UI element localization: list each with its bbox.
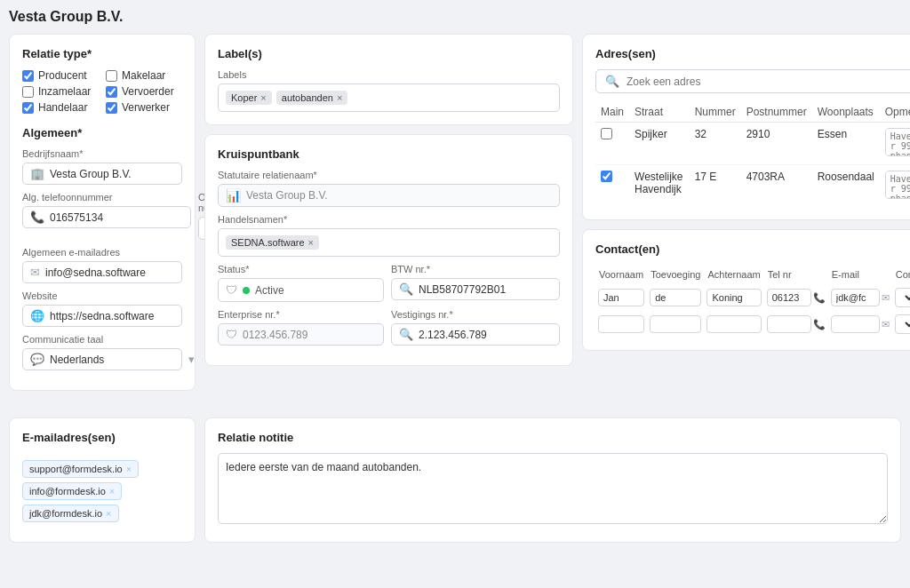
col-postnummer: Postnummer — [741, 102, 812, 123]
vestigings-input[interactable] — [419, 329, 552, 341]
emailadressen-title: E-mailadres(sen) — [22, 431, 182, 444]
addr-remarks-1[interactable]: Havennummer 9999, phanu tabi hC4 — [885, 128, 910, 156]
contact-tel-2[interactable] — [767, 315, 811, 333]
btw-input-wrapper: 🔍 — [391, 278, 560, 300]
labels-title: Label(s) — [218, 47, 560, 60]
enterprise-vestigings-row: Enterprise nr.* 🛡 Vestigings nr.* 🔍 — [218, 309, 560, 353]
email-group: Algemeen e-mailadres ✉ — [22, 247, 182, 283]
website-input-wrapper: 🌐 — [22, 305, 182, 327]
email-tag-info-remove[interactable]: × — [109, 486, 115, 497]
checkbox-producent[interactable]: Producent — [22, 69, 99, 82]
statutaire-input-wrapper: 📊 — [218, 184, 560, 207]
email-icon: ✉ — [30, 266, 40, 279]
addr-main-1[interactable] — [601, 128, 612, 139]
contact-toevoeging-2[interactable] — [650, 315, 701, 333]
relatie-notitie-title: Relatie notitie — [218, 431, 888, 444]
website-input[interactable] — [50, 310, 183, 322]
handelsnamen-group: Handelsnamen* SEDNA.software × — [218, 214, 560, 257]
contact-com-2[interactable]: NL EN FR — [895, 314, 910, 334]
contact-voornaam-2[interactable] — [598, 315, 644, 333]
comm-icon: 💬 — [30, 353, 44, 366]
telefoon-input[interactable] — [50, 211, 183, 224]
email-tag-jdk-remove[interactable]: × — [106, 508, 111, 519]
comm-taal-input[interactable] — [50, 354, 183, 366]
email-tags-container: support@formdesk.io × info@formdesk.io ×… — [22, 453, 182, 529]
addr-woonplaats-2: Roosendaal — [812, 165, 880, 208]
status-display: 🛡 Active — [218, 278, 384, 302]
adressen-title: Adres(sen) — [595, 47, 910, 60]
checkbox-inzamelaar[interactable]: Inzamelaar — [22, 85, 99, 98]
btw-group: BTW nr.* 🔍 — [391, 264, 560, 302]
checkbox-vervoerder[interactable]: Vervoerder — [106, 85, 182, 98]
contact-email-1[interactable] — [831, 289, 880, 306]
tag-sedna-remove[interactable]: × — [308, 237, 314, 248]
addr-straat-1: Spijker — [629, 123, 690, 165]
statutaire-input[interactable] — [246, 189, 552, 202]
col-main: Main — [595, 102, 629, 123]
email-input-wrapper: ✉ — [22, 261, 182, 283]
labels-tag-input[interactable]: Koper × autobanden × — [218, 83, 560, 112]
adres-search-wrapper: 🔍 — [595, 69, 910, 93]
address-table: Main Straat Nummer Postnummer Woonplaats… — [595, 102, 910, 207]
addr-remarks-2[interactable]: Havennummer 9999, phanu tabi hC4 — [885, 171, 910, 199]
search-icon-addr: 🔍 — [605, 75, 619, 88]
enterprise-group: Enterprise nr.* 🛡 — [218, 309, 384, 346]
algemeen-title: Algemeen* — [22, 126, 182, 139]
comm-taal-group: Communicatie taal 💬 ▾ — [22, 334, 182, 370]
phone-icon-2: 📞 — [813, 319, 826, 330]
contact-achternaam-1[interactable] — [706, 289, 761, 306]
tag-koper-remove[interactable]: × — [260, 92, 266, 103]
status-icon: 🛡 — [226, 283, 237, 297]
email-tag-support-remove[interactable]: × — [126, 464, 132, 474]
contact-toevoeging-1[interactable] — [650, 289, 701, 306]
tag-autobanden-remove[interactable]: × — [337, 92, 342, 103]
handelsnamen-tag-input[interactable]: SEDNA.software × — [218, 228, 560, 257]
comm-taal-input-wrapper: 💬 ▾ — [22, 348, 182, 370]
contact-row-2: 📞 ✉ NL EN — [595, 311, 910, 338]
checkbox-makelaar[interactable]: Makelaar — [106, 69, 182, 82]
status-btw-row: Status* 🛡 Active BTW nr.* 🔍 — [218, 264, 560, 309]
relatie-notitie-textarea[interactable]: Iedere eerste van de maand autobanden. — [218, 453, 888, 524]
vestigings-input-wrapper: 🔍 — [391, 323, 560, 346]
tag-autobanden: autobanden × — [276, 91, 348, 105]
contact-com-1[interactable]: NL EN FR — [895, 288, 910, 307]
addr-main-2[interactable] — [601, 171, 612, 182]
relatie-type-checkboxes: Producent Makelaar Inzamelaar Vervoerder… — [22, 69, 182, 114]
addr-straat-2: Westelijke Havendijk — [629, 165, 690, 208]
telefoon-ovam-row: Alg. telefoonnummer 📞 OVAM nummer — [22, 192, 182, 247]
enterprise-input[interactable] — [243, 329, 376, 341]
contact-table: Voornaam Toevoeging Achternaam Tel nr E-… — [595, 265, 910, 338]
contact-tel-1[interactable] — [767, 289, 811, 306]
labels-card: Label(s) Labels Koper × autobanden × — [204, 34, 573, 125]
emailadressen-card: E-mailadres(sen) support@formdesk.io × i… — [9, 417, 196, 543]
relatie-notitie-card: Relatie notitie Iedere eerste van de maa… — [204, 417, 901, 543]
btw-input[interactable] — [419, 283, 552, 296]
addr-nummer-2: 17 E — [690, 165, 741, 208]
email-tag-support: support@formdesk.io × — [22, 460, 139, 478]
email-input[interactable] — [45, 266, 179, 279]
addr-postnummer-1: 2910 — [741, 123, 812, 165]
adres-search-input[interactable] — [627, 75, 910, 88]
checkbox-verwerker[interactable]: Verwerker — [106, 101, 182, 114]
globe-icon: 🌐 — [30, 309, 44, 322]
kruispuntbank-title: Kruispuntbank — [218, 147, 560, 161]
contacten-title: Contact(en) — [595, 242, 910, 256]
contact-voornaam-1[interactable] — [598, 289, 644, 306]
contact-email-2[interactable] — [831, 315, 880, 333]
status-text: Active — [255, 284, 284, 297]
col-woonplaats: Woonplaats — [812, 102, 880, 123]
bedrijfsnaam-input[interactable] — [50, 168, 183, 180]
contact-achternaam-2[interactable] — [706, 315, 761, 333]
col-nummer: Nummer — [690, 102, 741, 123]
checkbox-handelaar[interactable]: Handelaar — [22, 101, 99, 114]
contact-row-1: 📞 ✉ NL EN — [595, 284, 910, 311]
address-row-2: Westelijke Havendijk 17 E 4703RA Roosend… — [595, 165, 910, 208]
relatie-type-title: Relatie type* — [22, 47, 182, 60]
chevron-down-icon[interactable]: ▾ — [188, 353, 195, 366]
col-voornaam: Voornaam — [595, 265, 647, 284]
adressen-card: Adres(sen) 🔍 Main Straat Nummer Postnumm… — [582, 34, 910, 220]
col-straat: Straat — [629, 102, 690, 123]
page-title: Vesta Group B.V. — [9, 9, 901, 25]
kruispuntbank-card: Kruispuntbank Statutaire relatienaam* 📊 … — [204, 134, 573, 366]
chart-icon: 📊 — [226, 188, 241, 203]
